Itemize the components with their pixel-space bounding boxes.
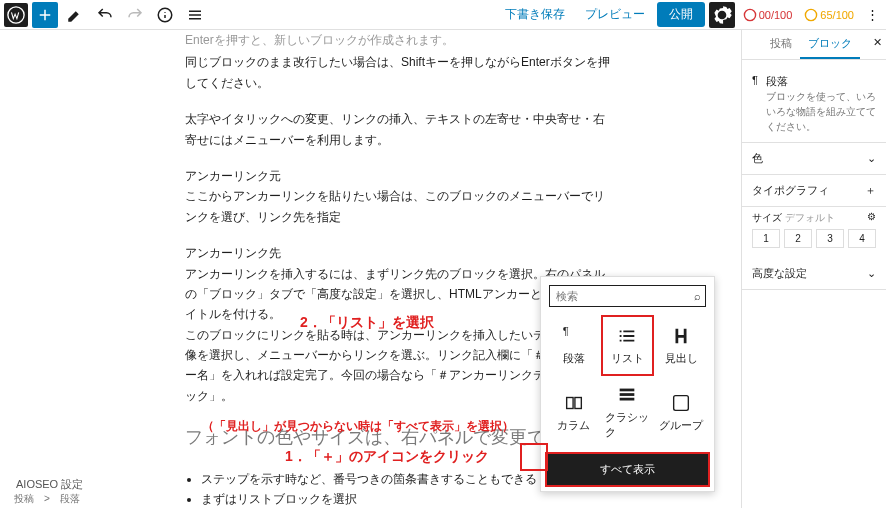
browse-all-button[interactable]: すべて表示	[545, 452, 710, 487]
svg-point-3	[806, 9, 817, 20]
edit-icon[interactable]	[62, 2, 88, 28]
block-option-heading[interactable]: 見出し	[654, 315, 708, 376]
block-option-group[interactable]: グループ	[654, 376, 708, 448]
size-option[interactable]: 1	[752, 229, 780, 248]
svg-rect-6	[620, 389, 635, 392]
more-menu-icon[interactable]: ⋮	[862, 2, 882, 28]
preview-link[interactable]: プレビュー	[577, 6, 653, 23]
size-option[interactable]: 3	[816, 229, 844, 248]
chevron-down-icon: ⌄	[867, 152, 876, 165]
tab-post[interactable]: 投稿	[762, 30, 800, 59]
seo-score-2[interactable]: 65/100	[800, 8, 858, 22]
redo-icon[interactable]	[122, 2, 148, 28]
settings-icon[interactable]: ⚙	[867, 211, 876, 225]
aioseo-settings[interactable]: AIOSEO 設定	[16, 477, 83, 492]
search-icon: ⌕	[694, 290, 701, 302]
list-view-icon[interactable]	[182, 2, 208, 28]
svg-rect-9	[674, 395, 689, 410]
settings-gear-icon[interactable]	[709, 2, 735, 28]
toolbar-add-button[interactable]	[32, 2, 58, 28]
paragraph-text: Enterを押すと、新しいブロックが作成されます。	[185, 30, 681, 50]
block-option-paragraph[interactable]: ¶段落	[547, 315, 601, 376]
seo-score-1[interactable]: 00/100	[739, 8, 797, 22]
paragraph-text: 同じブロックのまま改行したい場合は、Shiftキーを押しながらEnterボタンを…	[185, 52, 681, 93]
settings-sidebar: 投稿 ブロック ✕ ¶ 段落 ブロックを使って、いろいろな物語を組み立ててくださ…	[741, 30, 886, 508]
size-option[interactable]: 4	[848, 229, 876, 248]
block-breadcrumb[interactable]: 投稿 > 段落	[14, 492, 80, 506]
block-option-list[interactable]: リスト	[601, 315, 655, 376]
wordpress-logo[interactable]	[4, 3, 28, 27]
svg-rect-8	[620, 398, 635, 401]
list-item: まずはリストブロックを選択	[201, 489, 681, 508]
svg-rect-7	[620, 393, 635, 396]
svg-rect-4	[566, 397, 572, 408]
color-panel[interactable]: 色⌄	[742, 143, 886, 175]
undo-icon[interactable]	[92, 2, 118, 28]
block-option-columns[interactable]: カラム	[547, 376, 601, 448]
advanced-panel[interactable]: 高度な設定⌄	[742, 258, 886, 290]
plus-icon: ＋	[865, 183, 876, 198]
annotation-3: （「見出し」が見つからない時は「すべて表示」を選択）	[202, 418, 514, 435]
info-icon[interactable]	[152, 2, 178, 28]
paragraph-text: アンカーリンク元ここからアンカーリンクを貼りたい場合は、このブロックのメニューバ…	[185, 166, 681, 227]
annotation-1: 1．「＋」のアイコンをクリック	[285, 448, 489, 466]
publish-button[interactable]: 公開	[657, 2, 705, 27]
tab-block[interactable]: ブロック	[800, 30, 860, 59]
annotation-2: 2．「リスト」を選択	[300, 314, 434, 332]
block-inserter-popover: ⌕ ¶段落 リスト 見出し カラム クラシック グループ すべて表示	[540, 276, 715, 492]
typography-panel[interactable]: タイポグラフィ＋	[742, 175, 886, 207]
svg-rect-5	[575, 397, 581, 408]
close-sidebar-icon[interactable]: ✕	[873, 36, 882, 49]
size-label: サイズ デフォルト	[752, 211, 835, 225]
block-option-classic[interactable]: クラシック	[601, 376, 655, 448]
chevron-down-icon: ⌄	[867, 267, 876, 280]
size-option[interactable]: 2	[784, 229, 812, 248]
paragraph-text: 太字やイタリックへの変更、リンクの挿入、テキストの左寄せ・中央寄せ・右寄せにはメ…	[185, 109, 681, 150]
paragraph-icon: ¶	[752, 74, 758, 86]
block-type-title: 段落	[766, 74, 876, 89]
svg-point-2	[744, 9, 755, 20]
block-type-desc: ブロックを使って、いろいろな物語を組み立ててください。	[766, 89, 876, 134]
block-search-input[interactable]: ⌕	[549, 285, 706, 307]
save-draft-link[interactable]: 下書き保存	[497, 6, 573, 23]
